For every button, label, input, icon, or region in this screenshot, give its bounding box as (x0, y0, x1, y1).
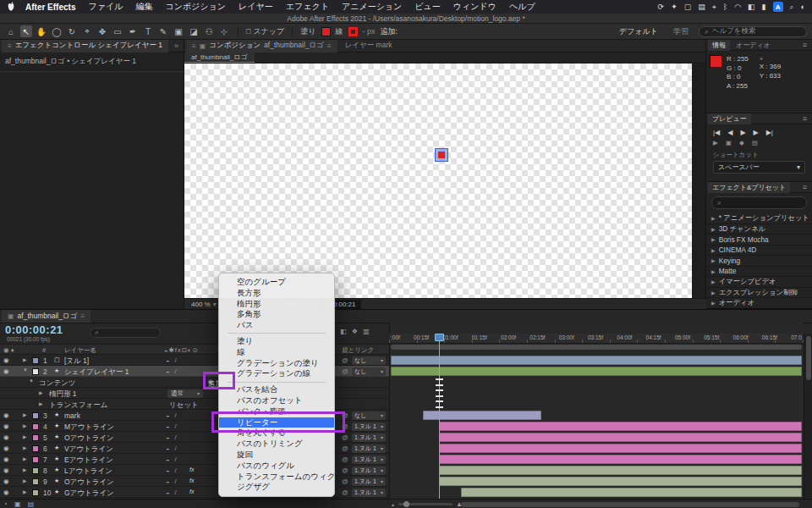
parent-pickwhip-icon[interactable]: @ (342, 456, 348, 463)
eye-icon[interactable]: ◉ (3, 411, 9, 419)
reset-link[interactable]: リセット (169, 400, 199, 411)
transport-button[interactable]: ▶| (766, 129, 773, 136)
layer-duration-bar[interactable] (439, 422, 802, 431)
menubar-item[interactable]: コンポジション (165, 1, 226, 13)
parent-dropdown[interactable]: 1.ヌル 1▾ (352, 433, 386, 442)
toolbar-tool-icon[interactable]: ▣ (173, 25, 184, 37)
layer-duration-bar[interactable] (391, 356, 802, 365)
work-area-bar[interactable] (391, 345, 802, 350)
tab-composition[interactable]: ≡ ▣ コンポジション af_thumbnail_ロゴ ≡ (186, 40, 337, 52)
twirl-icon[interactable]: ▶ (711, 247, 716, 253)
menu-item[interactable]: グラデーションの線 (219, 368, 334, 379)
menu-item[interactable]: 長方形 (219, 288, 334, 299)
zoom-slider-track[interactable] (398, 503, 453, 505)
toolbar-tool-icon[interactable]: ◪ (188, 25, 200, 37)
twirl-icon[interactable]: ▶ (711, 236, 716, 242)
stroke-label[interactable]: 線 (336, 26, 343, 37)
status-icon[interactable]: ⌖ (712, 3, 716, 12)
toolbar-tool-icon[interactable]: ⚇ (203, 25, 215, 37)
layer-duration-bar[interactable] (423, 411, 541, 420)
composition-viewport[interactable] (184, 64, 692, 298)
layer-switches[interactable]: ◒ / (166, 456, 178, 463)
parent-pickwhip-icon[interactable]: @ (342, 478, 348, 485)
twirl-icon[interactable]: ▶ (711, 290, 716, 295)
timeline-zoom-control[interactable]: ▲ ▲ (391, 500, 463, 508)
preset-category[interactable]: ▶ Matte (706, 267, 812, 278)
menubar-item[interactable]: ビュー (414, 1, 440, 13)
parent-pickwhip-icon[interactable]: @ (342, 433, 348, 441)
menubar-item[interactable]: アニメーション (342, 1, 402, 13)
label-color-chip[interactable] (32, 357, 39, 364)
twirl-icon[interactable]: ▶ (23, 433, 27, 439)
layer-name[interactable]: Mアウトライン (64, 422, 114, 433)
toolbar-tool-icon[interactable]: ✥ (96, 25, 108, 37)
status-icon[interactable]: ⟳ (658, 3, 665, 11)
layer-duration-bar[interactable] (439, 433, 802, 442)
layer-name[interactable]: シェイプレイヤー 1 (64, 367, 129, 378)
parent-dropdown[interactable]: 1.ヌル 1▾ (352, 444, 386, 453)
menu-item[interactable]: 楕円形 (219, 299, 334, 310)
parent-column-header[interactable]: 親とリンク (342, 346, 374, 355)
label-color-chip[interactable] (32, 489, 39, 496)
eye-icon[interactable]: ◉ (3, 478, 9, 485)
tab-effect-controls[interactable]: ≡ エフェクトコントロール シェイプレイヤー 1 (2, 40, 168, 52)
magnification-dropdown[interactable]: 400 % ▾ (191, 301, 217, 308)
parent-dropdown[interactable]: なし▾ (352, 411, 386, 420)
menu-item[interactable]: 旋回 (219, 450, 334, 461)
parent-dropdown[interactable]: なし▾ (352, 367, 386, 376)
parent-dropdown[interactable]: なし▾ (352, 356, 386, 365)
layer-name[interactable]: [ヌル 1] (64, 356, 89, 367)
transport-button[interactable]: |◀ (713, 129, 720, 136)
blend-mode-dropdown[interactable]: 通常▾ (167, 389, 203, 398)
menubar-item[interactable]: 編集 (135, 1, 152, 13)
preset-category[interactable]: ▶ オーディオ (706, 298, 812, 309)
menubar-item[interactable]: エフェクト (286, 1, 329, 13)
menu-item[interactable]: ジグザグ (219, 482, 334, 493)
input-source-badge[interactable]: A (773, 2, 783, 12)
toolbar-tool-icon[interactable]: ⌖ (81, 25, 93, 37)
panel-overflow-icon[interactable]: » (174, 41, 182, 50)
menu-item[interactable]: パスを結合 (219, 384, 334, 395)
apple-menu-icon[interactable] (7, 2, 15, 12)
layer-duration-bar[interactable] (439, 477, 802, 486)
preset-category[interactable]: ▶ CINEMA 4D (706, 246, 812, 257)
preset-category[interactable]: ▶ エクスプレッション制御 (706, 288, 812, 299)
eye-icon[interactable]: ◉ (3, 422, 9, 430)
parent-pickwhip-icon[interactable]: @ (342, 467, 348, 474)
status-icon[interactable]: ✦ (671, 3, 678, 11)
preset-category[interactable]: ▶ Boris FX Mocha (706, 235, 812, 246)
twirl-icon[interactable]: ▶ (23, 356, 27, 362)
eye-icon[interactable]: ◉ (3, 456, 9, 463)
twirl-icon[interactable]: ▼ (29, 378, 34, 384)
current-time-indicator-line[interactable] (439, 334, 440, 499)
current-timecode[interactable]: 0:00:00:21 (5, 323, 63, 336)
tab-layer-viewer[interactable]: レイヤー mark (339, 40, 398, 52)
layer-name[interactable]: Gアウトライン (64, 489, 114, 499)
menu-item[interactable]: グラデーションの塗り (219, 358, 334, 369)
label-color-chip[interactable] (32, 456, 39, 463)
twirl-icon[interactable]: ▶ (23, 422, 27, 428)
twirl-icon[interactable]: ▶ (23, 411, 27, 417)
twirl-icon[interactable]: ▶ (711, 215, 716, 221)
layer-name[interactable]: Eアウトライン (64, 456, 113, 466)
layer-switches[interactable]: ◒ / (166, 489, 178, 496)
layer-name[interactable]: mark (64, 411, 80, 420)
parent-pickwhip-icon[interactable]: @ (342, 489, 348, 496)
status-icon[interactable]: ▤ (698, 3, 705, 11)
transport-button[interactable]: ▶ (754, 129, 759, 136)
parent-dropdown[interactable]: 1.ヌル 1▾ (352, 422, 386, 431)
menu-item[interactable]: パスのウィグル (219, 461, 334, 472)
layer-duration-bar[interactable] (439, 466, 802, 475)
label-color-chip[interactable] (32, 445, 39, 452)
menubar-item[interactable]: ウィンドウ (453, 1, 497, 13)
zoom-slider-knob[interactable] (403, 501, 409, 507)
label-color-chip[interactable] (32, 368, 39, 375)
parent-pickwhip-icon[interactable]: @ (342, 444, 348, 452)
layer-switches[interactable]: ◒ / (166, 478, 178, 485)
label-color-chip[interactable] (32, 467, 39, 474)
status-icon[interactable]: ◧ (748, 3, 755, 11)
layer-switches[interactable]: ◒ / (166, 367, 178, 375)
layer-name[interactable]: Oアウトライン (64, 478, 114, 488)
twirl-icon[interactable]: ▶ (711, 300, 716, 306)
tab-timeline-comp[interactable]: ▣ af_thumbnail_ロゴ ≡ (2, 310, 91, 323)
